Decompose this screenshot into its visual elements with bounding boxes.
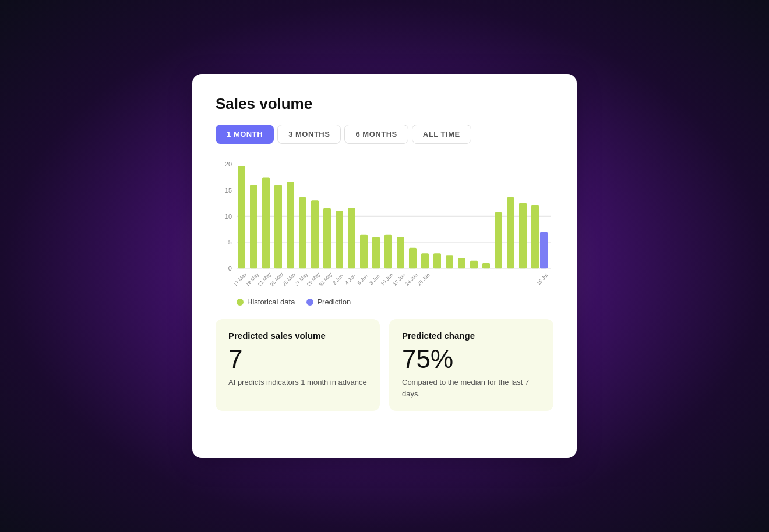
svg-rect-15	[299, 197, 306, 268]
legend-historical-label: Historical data	[247, 297, 295, 306]
svg-rect-25	[421, 253, 429, 268]
svg-rect-10	[238, 166, 245, 269]
svg-rect-26	[433, 253, 441, 268]
svg-text:14 Jun: 14 Jun	[404, 272, 418, 287]
svg-text:31 May: 31 May	[318, 271, 334, 288]
svg-text:16 Jun: 16 Jun	[416, 272, 431, 287]
svg-text:10: 10	[225, 212, 232, 219]
svg-text:15 Jul: 15 Jul	[535, 272, 549, 286]
tab-1month[interactable]: 1 MONTH	[216, 125, 274, 144]
svg-text:5: 5	[228, 239, 232, 246]
page-title: Sales volume	[216, 95, 553, 113]
predicted-change-value: 75%	[402, 346, 541, 372]
svg-rect-19	[348, 208, 355, 268]
svg-text:0: 0	[228, 265, 232, 272]
predicted-sales-title: Predicted sales volume	[228, 331, 367, 341]
svg-rect-16	[311, 200, 319, 268]
svg-rect-14	[287, 182, 294, 268]
main-card: Sales volume 1 MONTH 3 MONTHS 6 MONTHS A…	[192, 74, 577, 458]
svg-rect-33	[519, 203, 527, 268]
svg-rect-21	[372, 237, 380, 268]
svg-rect-35	[540, 232, 548, 269]
predicted-sales-card: Predicted sales volume 7 AI predicts ind…	[216, 319, 380, 411]
chart-svg: 20 15 10 5 0	[216, 158, 553, 292]
svg-text:10 Jun: 10 Jun	[379, 272, 394, 287]
svg-rect-13	[274, 185, 282, 268]
svg-text:12 Jun: 12 Jun	[391, 272, 406, 287]
svg-rect-28	[458, 258, 465, 269]
svg-text:15: 15	[225, 186, 232, 193]
svg-rect-22	[384, 235, 392, 269]
svg-text:20: 20	[225, 160, 232, 167]
tab-6months[interactable]: 6 MONTHS	[344, 125, 408, 144]
svg-text:2 Jun: 2 Jun	[331, 273, 344, 286]
tab-bar: 1 MONTH 3 MONTHS 6 MONTHS ALL TIME	[216, 125, 553, 144]
legend-historical: Historical data	[237, 297, 295, 306]
svg-rect-31	[495, 212, 502, 268]
tab-3months[interactable]: 3 MONTHS	[277, 125, 341, 144]
svg-rect-11	[250, 185, 257, 268]
predicted-change-desc: Compared to the median for the last 7 da…	[402, 377, 541, 399]
legend-dot-prediction	[306, 299, 313, 306]
svg-text:8 Jun: 8 Jun	[368, 273, 381, 286]
svg-rect-24	[409, 248, 417, 269]
svg-rect-27	[446, 255, 453, 268]
info-cards: Predicted sales volume 7 AI predicts ind…	[216, 319, 553, 411]
svg-rect-17	[323, 208, 331, 268]
svg-rect-23	[397, 237, 404, 268]
bar-chart: 20 15 10 5 0	[216, 158, 553, 292]
svg-text:6 Jun: 6 Jun	[356, 273, 369, 286]
legend-prediction: Prediction	[306, 297, 351, 306]
svg-rect-29	[470, 261, 478, 269]
legend-dot-historical	[237, 299, 244, 306]
svg-rect-32	[507, 197, 514, 268]
svg-rect-30	[482, 263, 490, 268]
predicted-sales-desc: AI predicts indicators 1 month in advanc…	[228, 377, 367, 388]
legend-prediction-label: Prediction	[317, 297, 351, 306]
predicted-change-card: Predicted change 75% Compared to the med…	[389, 319, 553, 411]
svg-text:4 Jun: 4 Jun	[344, 273, 357, 286]
svg-rect-12	[262, 177, 270, 268]
predicted-sales-value: 7	[228, 346, 367, 372]
svg-rect-20	[360, 235, 368, 269]
svg-rect-34	[531, 205, 539, 269]
chart-legend: Historical data Prediction	[237, 297, 553, 306]
predicted-change-title: Predicted change	[402, 331, 541, 341]
tab-alltime[interactable]: ALL TIME	[412, 125, 471, 144]
svg-rect-18	[336, 211, 343, 268]
